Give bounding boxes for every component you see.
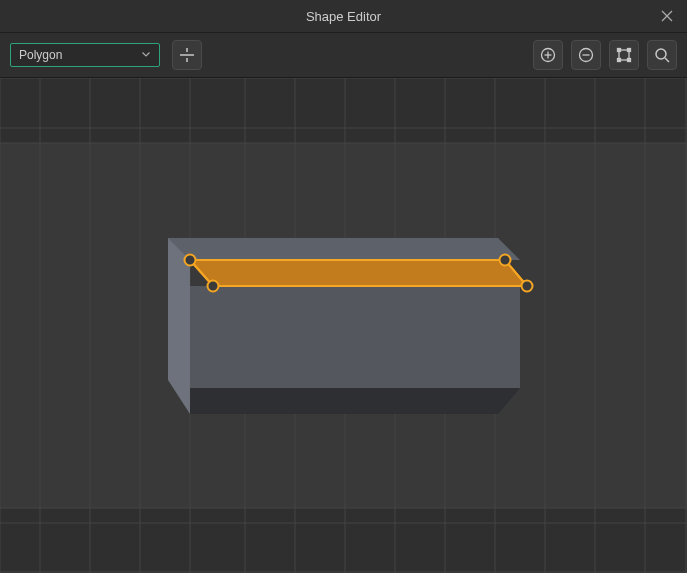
svg-rect-11 (618, 49, 621, 52)
search-icon (654, 47, 670, 63)
selected-polygon[interactable] (190, 260, 527, 286)
view-controls (533, 40, 677, 70)
chevron-down-icon (141, 48, 151, 62)
zoom-out-button[interactable] (571, 40, 601, 70)
zoom-in-button[interactable] (533, 40, 563, 70)
svg-rect-14 (628, 59, 631, 62)
svg-rect-13 (618, 59, 621, 62)
minus-circle-icon (578, 47, 594, 63)
bounding-box-icon (616, 47, 632, 63)
vertex-handle[interactable] (500, 255, 511, 266)
mode-select[interactable]: Polygon (10, 43, 160, 67)
search-button[interactable] (647, 40, 677, 70)
plus-circle-icon (540, 47, 556, 63)
svg-line-16 (665, 58, 669, 62)
toolbar: Polygon (0, 33, 687, 78)
close-button[interactable] (655, 4, 679, 28)
vertex-handle[interactable] (522, 281, 533, 292)
close-icon (661, 10, 673, 22)
vertex-handle[interactable] (185, 255, 196, 266)
viewport-canvas (0, 78, 687, 573)
fit-view-button[interactable] (609, 40, 639, 70)
viewport[interactable] (0, 78, 687, 573)
shape-object[interactable] (168, 238, 533, 414)
svg-rect-12 (628, 49, 631, 52)
snap-button[interactable] (172, 40, 202, 70)
svg-marker-44 (168, 238, 520, 260)
svg-rect-17 (0, 78, 687, 143)
mode-select-label: Polygon (19, 48, 62, 62)
svg-marker-42 (190, 388, 520, 414)
window-title: Shape Editor (306, 9, 381, 24)
svg-rect-19 (0, 508, 687, 573)
vertex-handle[interactable] (208, 281, 219, 292)
titlebar: Shape Editor (0, 0, 687, 33)
svg-marker-43 (190, 286, 520, 388)
snap-icon (179, 47, 195, 63)
svg-point-15 (656, 49, 666, 59)
